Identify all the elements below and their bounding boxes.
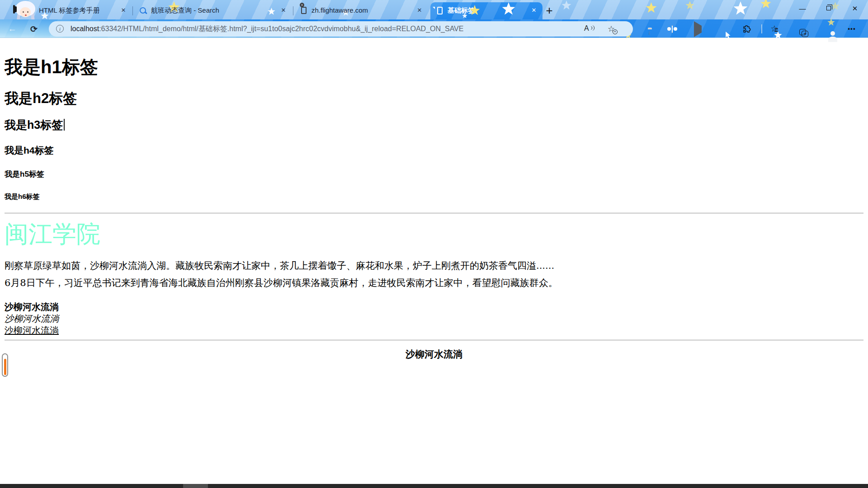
italic-text-line: 沙柳河水流淌 [5,313,863,324]
heading-h6: 我是h6标签 [5,192,863,200]
toolbar-divider [761,24,762,33]
tab-title: zh.flightaware.com [311,6,368,14]
text-caret [64,119,65,131]
tab-title: 基础标签 [448,6,475,15]
taskbar-edge[interactable] [0,484,868,488]
restore-button[interactable] [816,0,842,17]
star-decoration [733,1,748,16]
minimize-button[interactable]: — [789,0,816,17]
meter-fill [4,359,6,375]
refresh-button[interactable]: ⟳ [27,22,41,36]
vertical-meter [2,353,8,377]
star-decoration [502,2,515,16]
heading-h3: 我是h3标签 [5,118,863,131]
url-path: :63342/HTML/html_demo/html/基础标签.html?_ij… [99,25,463,33]
bold-text-line: 沙柳河水流淌 [5,301,863,313]
url-text: localhost:63342/HTML/html_demo/html/基础标签… [71,24,463,34]
navigation-toolbar: ← ⟳ i localhost:63342/HTML/html_demo/htm… [0,19,868,38]
underline-text-line: 沙柳河水流淌 [5,324,863,336]
settings-more-button[interactable]: ••• [844,22,859,36]
paragraph: 6月8日下午，习近平总书记来到青海省海北藏族自治州刚察县沙柳河镇果洛藏贡麻村，走… [5,277,863,289]
site-info-icon[interactable]: i [56,25,64,33]
tab-close-icon[interactable]: ✕ [119,6,127,14]
favorites-button[interactable]: ☆ [767,22,782,36]
tab-basic-tags-active[interactable]: 基础标签 ✕ [430,2,542,19]
restore-icon [826,6,831,10]
horizontal-rule [5,340,863,341]
url-host: localhost [71,25,99,33]
profile-avatar-button[interactable] [819,22,834,36]
heading-h2: 我是h2标签 [5,90,863,107]
browser-window: 3 HTML 标签参考手册 ✕ 航班动态查询 - Search ✕ x zh.f… [0,0,868,488]
centered-text-line: 沙柳河水流淌 [5,348,863,360]
star-decoration [760,0,771,9]
dark-reader-extension-icon[interactable] [665,22,679,36]
banner-text: 闽江学院 [5,221,863,247]
tab-bar: 3 HTML 标签参考手册 ✕ 航班动态查询 - Search ✕ x zh.f… [0,0,868,19]
star-decoration [685,1,694,10]
heading-h5: 我是h5标签 [5,170,863,179]
star-decoration [561,0,571,10]
tab-actions-menu-button[interactable] [8,4,20,14]
page-content: 我是h1标签 我是h2标签 我是h3标签 我是h4标签 我是h5标签 我是h6标… [0,38,868,484]
cursor-extension-icon[interactable] [715,22,729,36]
new-tab-button[interactable]: + [542,4,556,17]
taskbar-segment [183,484,208,488]
read-aloud-icon[interactable]: A [584,24,596,33]
tab-title: 航班动态查询 - Search [151,6,219,15]
heading-h1: 我是h1标签 [5,56,863,77]
back-button[interactable]: ← [5,22,19,36]
window-controls: — ✕ [789,0,868,17]
star-decoration [646,2,657,14]
close-window-button[interactable]: ✕ [842,0,868,17]
collections-button[interactable]: + [792,22,807,36]
tab-html-reference[interactable]: 3 HTML 标签参考手册 ✕ [22,2,132,19]
tab-close-icon[interactable]: ✕ [530,6,538,14]
tab-divider [293,6,293,15]
play-extension-icon[interactable] [690,22,705,36]
extensions-puzzle-icon[interactable] [740,22,754,36]
tab-flightaware[interactable]: x zh.flightaware.com ✕ [294,2,428,19]
download-folder-extension-icon[interactable]: ↓ [641,22,655,36]
tab-flight-search[interactable]: 航班动态查询 - Search ✕ [134,2,292,19]
tab-divider [132,6,133,15]
tab-close-icon[interactable]: ✕ [415,6,424,14]
tab-close-icon[interactable]: ✕ [279,6,288,14]
heading-h4: 我是h4标签 [5,145,863,156]
horizontal-rule [5,213,863,214]
tab-title: HTML 标签参考手册 [39,6,99,15]
paragraph: 刚察草原绿草如茵，沙柳河水流淌入湖。藏族牧民索南才让家中，茶几上摆着馓子、麻花和… [5,260,863,272]
vertical-tabs-icon [13,5,15,14]
address-bar[interactable]: i localhost:63342/HTML/html_demo/html/基础… [49,21,633,37]
add-favorite-icon[interactable]: ☆+ [606,23,617,34]
